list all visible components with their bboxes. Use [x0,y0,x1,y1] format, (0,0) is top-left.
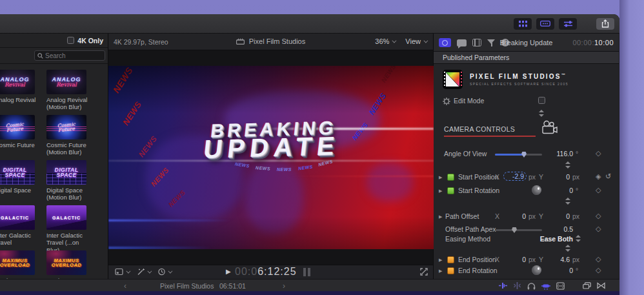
y-value[interactable]: 0 [550,212,570,220]
search-input[interactable] [45,52,101,59]
title-list-item[interactable]: MAXIMUS OVERLOAD Maximum [0,250,36,279]
title-thumbnail[interactable]: Cosmic Future [46,115,86,139]
param-value[interactable]: 116.0 [542,150,573,158]
easing-stepper[interactable] [565,245,571,252]
title-list-item[interactable]: GALACTIC Inter Galactic Travel [0,205,36,250]
title-list-item[interactable]: GALACTIC Inter Galactic Travel (...on Bl… [46,205,88,250]
rotation-stepper[interactable] [565,198,571,205]
status-timecode: 06:51:01 [219,282,246,290]
title-list-item[interactable]: DIGITAL SPACE Digital Space (Motion Blur… [46,160,88,205]
video-title: BREAKING UPDATE [182,117,363,162]
edit-mode-checkbox[interactable] [538,97,545,104]
edit-mode-stepper[interactable] [539,110,545,117]
easing-method-popup[interactable]: Ease Both [518,235,573,243]
viewer-timecode[interactable]: 00:06:12:25 [235,266,297,278]
x-value-editing[interactable]: -2.9 [503,172,527,181]
audio-skimming-icon[interactable] [499,281,507,290]
fullscreen-button[interactable] [420,268,428,276]
thumbnail-art-text: OVERLOAD [52,263,82,267]
title-thumbnail[interactable]: DIGITAL SPACE [46,160,86,185]
keyframe-diamond-icon[interactable]: ◇ [596,255,601,263]
title-list-item[interactable]: Cosmic Future Cosmic Future [0,115,36,160]
news-text: NEWS [235,161,250,168]
title-list-item[interactable]: ANALOG Revival Analog Revival [0,70,36,115]
pfs-logo-name: PIXEL FILM STUDIOS™ [470,73,569,80]
keyframe-diamond-icon[interactable]: ◇ [596,212,601,220]
angle-stepper[interactable] [565,161,571,168]
y-value[interactable]: 0 [550,173,570,181]
effects-menu[interactable] [137,268,150,276]
windows-icon[interactable] [583,282,591,289]
end-color-chip[interactable] [447,256,454,263]
background-tasks-icon[interactable] [597,282,605,289]
zoom-dropdown[interactable]: 36% [375,37,395,45]
rotation-dial[interactable] [532,265,541,275]
start-color-chip[interactable] [447,187,454,194]
headphones-icon[interactable] [527,282,536,290]
end-color-chip[interactable] [447,267,454,274]
title-list-item[interactable]: DIGITAL SPACE Digital Space [0,160,36,205]
next-icon[interactable]: › [283,281,285,290]
title-thumbnail[interactable]: MAXIMUS OVERLOAD [46,250,86,275]
x-value[interactable]: 0 [504,256,526,263]
view-dropdown[interactable]: View [405,37,427,45]
keyframe-diamond-icon[interactable]: ◇ [596,186,601,194]
grid-icon [519,21,527,27]
video-canvas[interactable]: NEWSNEWSNEWSNEWSNEWSNEWSNEWSNEWSNEWSNEWS… [108,66,434,249]
title-list-item[interactable]: MAXIMUS OVERLOAD Maximum [46,250,88,279]
title-thumbnail[interactable]: ANALOG Revival [46,70,86,94]
title-thumbnail[interactable]: ANALOG Revival [0,70,35,94]
disclosure-triangle-icon[interactable]: ▶ [439,188,442,194]
y-value[interactable]: 4.6 [550,256,570,263]
share-icon [601,19,609,28]
apex-slider[interactable] [495,229,542,231]
disclosure-triangle-icon[interactable]: ▶ [439,175,442,180]
param-value[interactable]: 0 [542,267,573,274]
param-start-position: ▶ Start Position X -2.9 px Y 0 px ◈ ↺ [434,172,619,182]
desktop: { "colors": { "accent_blue":"#5a54ee", "… [0,0,644,295]
reset-icon[interactable]: ↺ [605,172,611,181]
start-color-chip[interactable] [447,174,454,181]
x-value[interactable]: 0 [504,212,526,220]
title-list-item[interactable]: Cosmic Future Cosmic Future (Motion Blur… [46,115,88,160]
video-camera-icon [541,120,559,136]
title-thumbnail[interactable]: GALACTIC [0,205,35,230]
disclosure-triangle-icon[interactable]: ▶ [439,269,442,274]
title-thumbnail[interactable]: GALACTIC [46,205,86,230]
voiceover-icon[interactable] [541,282,550,290]
share-button[interactable] [596,18,614,30]
timeline-toggle-button[interactable] [536,18,554,30]
previous-icon[interactable]: ‹ [124,281,126,290]
keyframe-diamond-icon[interactable]: ◇ [596,266,601,274]
browser-toggle-button[interactable] [514,18,532,30]
media-icon[interactable] [556,282,565,290]
rotation-dial[interactable] [532,185,541,195]
title-thumbnail[interactable]: MAXIMUS OVERLOAD [0,250,35,275]
audio-meters[interactable] [303,268,310,276]
play-button[interactable]: ▶ [226,268,231,275]
x-axis-label: X [495,212,499,220]
disclosure-triangle-icon[interactable]: ▶ [439,214,442,219]
browser-search-bar [0,48,108,64]
solo-icon[interactable] [513,281,521,290]
disclosure-triangle-icon[interactable]: ▶ [439,258,442,263]
keyframe-diamond-icon[interactable]: ◇ [596,225,601,233]
search-field[interactable] [34,50,105,61]
retime-menu[interactable] [157,268,171,276]
transform-menu[interactable] [115,268,129,276]
param-value[interactable]: 0.5 [542,225,573,233]
x-unit: px [528,173,536,181]
title-thumbnail[interactable]: DIGITAL SPACE [0,160,35,185]
keyframe-diamond-icon[interactable]: ◇ [596,149,601,158]
angle-of-view-slider[interactable] [495,154,542,156]
param-label: End Position [458,256,496,263]
title-list-item[interactable]: ANALOG Revival Analog Revival (Motion Bl… [46,70,88,115]
4k-only-checkbox[interactable] [67,37,74,44]
keyframe-diamond-dot-icon[interactable]: ◈ [596,172,601,181]
param-value[interactable]: 0 [542,187,573,194]
news-text: NEWS [137,134,159,159]
inspector-toggle-button[interactable] [559,18,577,30]
title-thumbnail[interactable]: Cosmic Future [0,115,35,139]
param-start-rotation: ▶ Start Rotation 0 ° ◇ [434,185,619,196]
edit-mode-label: Edit Mode [454,97,484,105]
